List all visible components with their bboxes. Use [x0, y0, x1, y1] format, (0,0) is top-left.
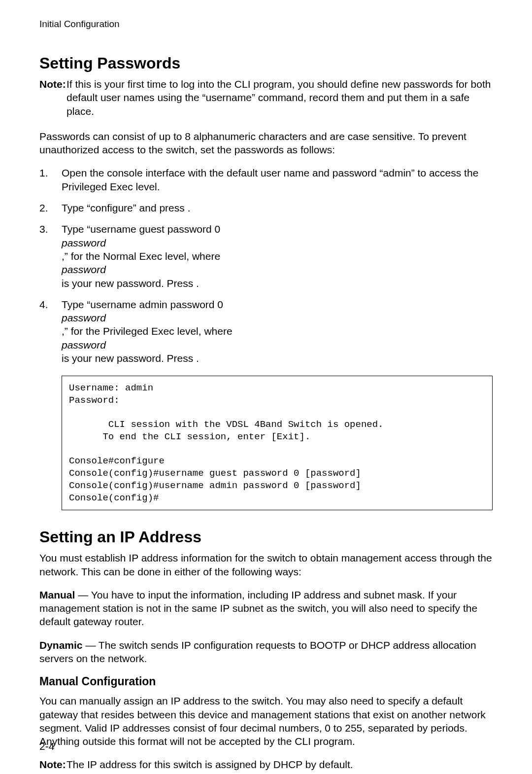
page-number: 2-4 [39, 740, 54, 752]
paragraph-manual: Manual — You have to input the informati… [39, 588, 493, 629]
step-text: Type “configure” and press . [62, 201, 493, 214]
note-label: Note: [39, 758, 66, 771]
text-manual: — You have to input the information, inc… [39, 589, 477, 628]
list-item: Type “configure” and press . [39, 201, 493, 214]
note-body: The IP address for this switch is assign… [66, 758, 493, 771]
step-text: Type “username admin password 0 password… [62, 298, 493, 365]
label-dynamic: Dynamic [39, 639, 83, 651]
heading-setting-ip: Setting an IP Address [39, 528, 493, 546]
paragraph-dynamic: Dynamic — The switch sends IP configurat… [39, 638, 493, 666]
intro-passwords: Passwords can consist of up to 8 alphanu… [39, 130, 493, 157]
heading-manual-config: Manual Configuration [39, 675, 493, 688]
steps-list: Open the console interface with the defa… [39, 166, 493, 365]
running-head: Initial Configuration [39, 19, 493, 30]
list-item: Open the console interface with the defa… [39, 166, 493, 193]
note-ip-default: Note: The IP address for this switch is … [39, 758, 493, 771]
page: Initial Configuration Setting Passwords … [0, 0, 532, 774]
heading-setting-passwords: Setting Passwords [39, 54, 493, 72]
text-dynamic: — The switch sends IP configuration requ… [39, 639, 476, 664]
step-text: Open the console interface with the defa… [62, 166, 493, 193]
list-item: Type “username admin password 0 password… [39, 298, 493, 365]
note-label: Note: [39, 77, 66, 118]
code-block-cli: Username: admin Password: CLI session wi… [62, 376, 493, 510]
intro-ip: You must establish IP address informatio… [39, 551, 493, 578]
note-setting-passwords: Note: If this is your first time to log … [39, 77, 493, 118]
list-item: Type “username guest password 0 password… [39, 222, 493, 289]
paragraph-manual-config: You can manually assign an IP address to… [39, 694, 493, 748]
note-body: If this is your first time to log into t… [66, 77, 493, 118]
label-manual: Manual [39, 589, 75, 600]
step-text: Type “username guest password 0 password… [62, 222, 493, 289]
